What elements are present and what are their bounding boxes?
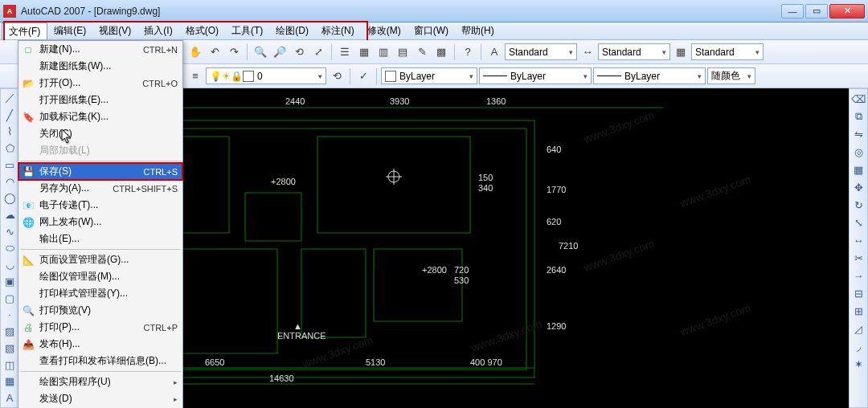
file-menu-item-2[interactable]: 📂打开(O)...CTRL+O: [18, 75, 182, 92]
file-menu-item-0[interactable]: □新建(N)...CTRL+N: [18, 41, 182, 58]
file-menu-item-20[interactable]: 查看打印和发布详细信息(B)...: [18, 353, 182, 369]
textstyle-combo[interactable]: Standard▾: [505, 43, 577, 60]
layer-combo[interactable]: 💡 ☀ 🔒 0 ▾: [206, 67, 326, 84]
dimstyle-icon[interactable]: ↔: [579, 43, 596, 61]
file-menu-item-15[interactable]: 绘图仪管理器(M)...: [18, 268, 182, 285]
file-menu-item-17[interactable]: 🔍打印预览(V): [18, 302, 182, 319]
properties-icon[interactable]: ☰: [336, 43, 354, 61]
file-menu-item-18[interactable]: 🖨打印(P)...CTRL+P: [18, 319, 182, 336]
trim-icon[interactable]: ✂: [850, 250, 866, 266]
ellipse-arc-icon[interactable]: ◡: [2, 257, 18, 272]
zoom-extents-icon[interactable]: ⤢: [309, 43, 327, 61]
extend-icon[interactable]: →: [850, 267, 866, 284]
explode-icon[interactable]: ✶: [850, 356, 866, 372]
design-center-icon[interactable]: ▦: [355, 43, 373, 61]
redo-icon[interactable]: ↷: [225, 43, 243, 61]
insert-block-icon[interactable]: ▣: [2, 274, 18, 289]
linetype-combo[interactable]: ByLayer ▾: [479, 67, 592, 84]
circle-icon[interactable]: ◯: [2, 190, 18, 206]
tablestyle-icon[interactable]: ▦: [672, 43, 690, 61]
undo-icon[interactable]: ↶: [206, 43, 223, 61]
fillet-icon[interactable]: ◞: [850, 338, 866, 354]
stretch-icon[interactable]: ↔: [850, 232, 866, 248]
erase-icon[interactable]: ⌫: [850, 91, 866, 107]
file-menu-item-11[interactable]: 🌐网上发布(W)...: [18, 214, 182, 231]
menu-10[interactable]: 帮助(H): [455, 22, 501, 39]
bulb-icon: 💡: [210, 71, 222, 82]
chamfer-icon[interactable]: ◿: [850, 320, 866, 337]
offset-icon[interactable]: ◎: [850, 144, 866, 160]
spline-icon[interactable]: ∿: [2, 224, 18, 239]
point-icon[interactable]: ·: [2, 308, 18, 323]
xline-icon[interactable]: ╱: [2, 108, 18, 123]
break-icon[interactable]: ⊟: [850, 285, 866, 301]
minimize-button[interactable]: —: [781, 4, 804, 18]
file-menu-item-22[interactable]: 绘图实用程序(U)▸: [18, 373, 182, 390]
zoom-previous-icon[interactable]: ⟲: [290, 43, 308, 61]
menu-5[interactable]: 工具(T): [225, 22, 269, 39]
table-icon[interactable]: ▦: [2, 373, 18, 389]
menu-2[interactable]: 视图(V): [92, 22, 137, 39]
dim-small-3: 720: [454, 265, 469, 275]
file-menu-item-5[interactable]: 关闭(C): [18, 125, 182, 142]
polyline-icon[interactable]: ⌇: [2, 124, 18, 139]
mirror-icon[interactable]: ⇋: [850, 126, 866, 142]
file-menu-item-23[interactable]: 发送(D)▸: [18, 390, 182, 407]
layer-previous-icon[interactable]: ⟲: [328, 67, 346, 85]
menu-7[interactable]: 标注(N): [315, 22, 361, 39]
mtext-icon[interactable]: A: [2, 390, 18, 406]
ellipse-icon[interactable]: ⬭: [2, 241, 18, 256]
arc-icon[interactable]: ◠: [2, 174, 18, 190]
menu-1[interactable]: 编辑(E): [47, 22, 92, 39]
revcloud-icon[interactable]: ☁: [2, 207, 18, 222]
menu-item-label: 局部加载(L): [39, 144, 178, 157]
scale-icon[interactable]: ⤡: [850, 214, 866, 231]
hatch-icon[interactable]: ▨: [2, 324, 18, 339]
gradient-icon[interactable]: ▧: [2, 341, 18, 356]
file-menu-item-16[interactable]: 打印样式管理器(Y)...: [18, 285, 182, 302]
menu-4[interactable]: 格式(O): [179, 22, 225, 39]
rectangle-icon[interactable]: ▭: [2, 157, 18, 173]
maximize-button[interactable]: ▭: [805, 4, 828, 18]
line-icon[interactable]: ／: [2, 91, 18, 106]
dimstyle-combo[interactable]: Standard▾: [598, 43, 670, 60]
help-icon[interactable]: ?: [459, 43, 477, 61]
zoom-window-icon[interactable]: 🔎: [271, 43, 289, 61]
move-icon[interactable]: ✥: [850, 179, 866, 195]
lineweight-combo[interactable]: ByLayer ▾: [593, 67, 706, 84]
file-menu-item-14[interactable]: 📐页面设置管理器(G)...: [18, 251, 182, 268]
tool-palettes-icon[interactable]: ▥: [375, 43, 392, 61]
copy-icon[interactable]: ⧉: [850, 108, 866, 124]
quickcalc-icon[interactable]: ▩: [432, 43, 450, 61]
textstyle-icon[interactable]: A: [485, 43, 503, 61]
menu-6[interactable]: 绘图(D): [269, 22, 315, 39]
file-menu-item-19[interactable]: 📤发布(H)...: [18, 336, 182, 353]
pan-icon[interactable]: ✋: [186, 43, 204, 61]
layer-props-icon[interactable]: ≡: [186, 67, 204, 85]
file-menu-item-8[interactable]: 💾保存(S)CTRL+S: [18, 163, 182, 180]
region-icon[interactable]: ◫: [2, 357, 18, 373]
make-current-icon[interactable]: ✓: [354, 67, 372, 85]
file-menu-item-9[interactable]: 另存为(A)...CTRL+SHIFT+S: [18, 180, 182, 197]
join-icon[interactable]: ⊞: [850, 303, 866, 319]
file-menu-item-1[interactable]: 新建图纸集(W)...: [18, 58, 182, 75]
close-button[interactable]: ✕: [829, 4, 865, 18]
file-menu-item-3[interactable]: 打开图纸集(E)...: [18, 92, 182, 108]
menu-3[interactable]: 插入(I): [137, 22, 178, 39]
plotstyle-combo[interactable]: 随颜色 ▾: [707, 67, 755, 84]
file-menu-item-10[interactable]: 📧电子传递(T)...: [18, 197, 182, 214]
menu-9[interactable]: 窗口(W): [407, 22, 455, 39]
polygon-icon[interactable]: ⬠: [2, 141, 18, 156]
menu-0[interactable]: 文件(F): [2, 22, 47, 39]
array-icon[interactable]: ▦: [850, 161, 866, 177]
rotate-icon[interactable]: ↻: [850, 197, 866, 213]
file-menu-item-4[interactable]: 🔖加载标记集(K)...: [18, 108, 182, 125]
zoom-realtime-icon[interactable]: 🔍: [252, 43, 269, 61]
tablestyle-combo[interactable]: Standard▾: [691, 43, 764, 60]
file-menu-item-12[interactable]: 输出(E)...: [18, 231, 182, 247]
make-block-icon[interactable]: ▢: [2, 291, 18, 306]
menu-8[interactable]: 修改(M): [361, 22, 407, 39]
color-combo[interactable]: ByLayer ▾: [381, 67, 477, 84]
sheet-set-icon[interactable]: ▤: [394, 43, 411, 61]
markup-icon[interactable]: ✎: [413, 43, 431, 61]
